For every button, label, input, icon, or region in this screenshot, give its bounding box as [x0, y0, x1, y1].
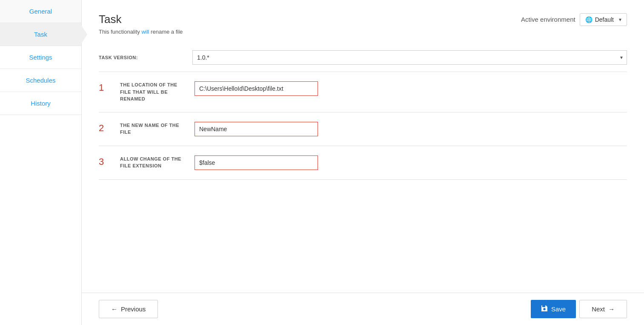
env-label: Active environment [521, 16, 575, 23]
environment-section: Active environment 🌐 Default ▾ [521, 13, 627, 26]
version-label: TASK VERSION: [99, 55, 184, 60]
page-title: Task [99, 13, 121, 26]
sidebar: General Task Settings Schedules History [0, 0, 82, 325]
sidebar-item-label: General [29, 8, 52, 15]
param-input-wrap-1 [195, 81, 627, 96]
env-dropdown[interactable]: 🌐 Default ▾ [580, 13, 627, 26]
sidebar-item-general[interactable]: General [0, 0, 81, 23]
previous-label: Previous [121, 305, 146, 313]
page-subtitle: This functionality will rename a file [99, 29, 627, 35]
save-button[interactable]: Save [531, 300, 576, 318]
next-label: Next [592, 305, 605, 313]
sidebar-item-task[interactable]: Task [0, 23, 81, 46]
sidebar-item-settings[interactable]: Settings [0, 46, 81, 69]
task-version-row: TASK VERSION: 1.0.* ▾ [99, 43, 627, 72]
subtitle-after: rename a file [149, 29, 183, 35]
param-row-3: 3 ALLOW CHANGE OF THE FILE EXTENSION [99, 146, 627, 180]
main-content: Task Active environment 🌐 Default ▾ This… [82, 0, 644, 325]
arrow-right-icon: → [608, 305, 615, 313]
save-label: Save [551, 305, 566, 313]
floppy-disk-icon [541, 305, 548, 313]
chevron-down-icon: ▾ [619, 17, 621, 23]
version-select[interactable]: 1.0.* [192, 50, 627, 65]
sidebar-item-label: History [31, 100, 51, 107]
param-input-wrap-2 [195, 122, 627, 136]
arrow-left-icon: ← [111, 305, 117, 313]
footer: ← Previous Save Next → [82, 293, 644, 325]
subtitle-before: This functionality [99, 29, 141, 35]
content-area: Task Active environment 🌐 Default ▾ This… [82, 0, 644, 293]
param-number-1: 1 [99, 82, 112, 93]
param-input-3[interactable] [195, 155, 318, 170]
param-input-1[interactable] [195, 81, 318, 96]
subtitle-highlight: will [141, 29, 149, 35]
param-row-1: 1 THE LOCATION OF THE FILE THAT WILL BE … [99, 72, 627, 112]
param-number-2: 2 [99, 123, 112, 134]
page-header: Task Active environment 🌐 Default ▾ [99, 13, 627, 26]
param-number-3: 3 [99, 156, 112, 167]
param-label-2: THE NEW NAME OF THE FILE [120, 122, 186, 136]
param-label-1: THE LOCATION OF THE FILE THAT WILL BE RE… [120, 81, 186, 103]
param-input-wrap-3 [195, 155, 627, 170]
next-button[interactable]: Next → [579, 300, 627, 318]
globe-icon: 🌐 [585, 16, 592, 23]
footer-right: Save Next → [531, 300, 627, 318]
sidebar-item-history[interactable]: History [0, 92, 81, 115]
sidebar-item-label: Task [34, 31, 47, 38]
sidebar-item-schedules[interactable]: Schedules [0, 69, 81, 92]
param-input-2[interactable] [195, 122, 318, 136]
env-value: Default [595, 16, 614, 23]
sidebar-item-label: Settings [29, 54, 52, 61]
param-label-3: ALLOW CHANGE OF THE FILE EXTENSION [120, 155, 186, 170]
previous-button[interactable]: ← Previous [99, 300, 158, 318]
version-select-wrap: 1.0.* ▾ [192, 50, 627, 65]
sidebar-item-label: Schedules [26, 77, 55, 84]
param-row-2: 2 THE NEW NAME OF THE FILE [99, 112, 627, 146]
